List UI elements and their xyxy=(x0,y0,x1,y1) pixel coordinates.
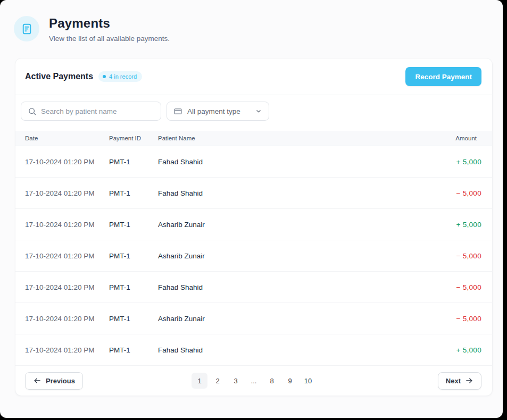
cell-date: 17-10-2024 01:20 PM xyxy=(25,221,109,229)
table-row: 17-10-2024 01:20 PM PMT-1 Fahad Shahid −… xyxy=(15,178,492,209)
cell-patient-name: Asharib Zunair xyxy=(158,315,407,323)
arrow-right-icon xyxy=(465,376,473,385)
cell-patient-name: Fahad Shahid xyxy=(158,346,407,354)
cell-amount: − 5,000 xyxy=(407,252,481,260)
pagination-page-10[interactable]: 10 xyxy=(300,373,316,389)
pagination-ellipsis[interactable]: ... xyxy=(246,373,262,389)
page-subtitle: View the list of all available payments. xyxy=(49,35,170,43)
cell-date: 17-10-2024 01:20 PM xyxy=(25,252,109,260)
pagination-bar: Previous 123...8910 Next xyxy=(15,366,492,396)
table-row: 17-10-2024 01:20 PM PMT-1 Asharib Zunair… xyxy=(15,209,492,240)
cell-date: 17-10-2024 01:20 PM xyxy=(25,283,109,291)
card-title: Active Payments xyxy=(25,72,93,81)
table-row: 17-10-2024 01:20 PM PMT-1 Asharib Zunair… xyxy=(15,303,492,334)
arrow-left-icon xyxy=(33,376,41,385)
patient-search-box[interactable] xyxy=(21,102,161,121)
cell-payment-id: PMT-1 xyxy=(109,221,158,229)
table-header-row: Date Payment ID Patient Name Amount xyxy=(15,131,492,146)
cell-date: 17-10-2024 01:20 PM xyxy=(25,158,109,166)
cell-amount: + 5,000 xyxy=(407,346,481,354)
pagination-page-9[interactable]: 9 xyxy=(282,373,298,389)
search-input[interactable] xyxy=(41,107,154,115)
cell-patient-name: Fahad Shahid xyxy=(158,158,407,166)
cell-date: 17-10-2024 01:20 PM xyxy=(25,189,109,197)
next-button[interactable]: Next xyxy=(438,372,481,390)
pagination-page-8[interactable]: 8 xyxy=(264,373,280,389)
cell-payment-id: PMT-1 xyxy=(109,346,158,354)
badge-label: 4 in record xyxy=(109,73,137,80)
page-header-text: Payments View the list of all available … xyxy=(49,16,170,43)
table-row: 17-10-2024 01:20 PM PMT-1 Asharib Zunair… xyxy=(15,240,492,272)
active-payments-card: Active Payments 4 in record Record Payme… xyxy=(15,58,493,396)
table-row: 17-10-2024 01:20 PM PMT-1 Fahad Shahid +… xyxy=(15,146,492,178)
cell-patient-name: Asharib Zunair xyxy=(158,221,407,229)
filters-row: All payment type xyxy=(15,95,492,131)
previous-button-label: Previous xyxy=(46,377,75,385)
cell-date: 17-10-2024 01:20 PM xyxy=(25,315,109,323)
payments-page: Payments View the list of all available … xyxy=(0,0,503,418)
payments-table: Date Payment ID Patient Name Amount 17-1… xyxy=(15,131,492,366)
table-body: 17-10-2024 01:20 PM PMT-1 Fahad Shahid +… xyxy=(15,146,492,366)
document-icon xyxy=(20,22,34,36)
cell-patient-name: Fahad Shahid xyxy=(158,283,407,291)
pagination-page-3[interactable]: 3 xyxy=(228,373,244,389)
previous-button[interactable]: Previous xyxy=(25,372,83,390)
cell-payment-id: PMT-1 xyxy=(109,158,158,166)
pagination-page-2[interactable]: 2 xyxy=(210,373,226,389)
record-payment-button[interactable]: Record Payment xyxy=(405,67,481,86)
pagination-page-1[interactable]: 1 xyxy=(192,373,207,389)
card-header: Active Payments 4 in record Record Payme… xyxy=(15,58,492,95)
search-icon xyxy=(28,107,37,116)
badge-dot-icon xyxy=(103,75,106,78)
column-header-amount: Amount xyxy=(407,135,481,141)
record-count-badge: 4 in record xyxy=(98,71,142,82)
cell-amount: − 5,000 xyxy=(407,283,481,291)
cell-payment-id: PMT-1 xyxy=(109,252,158,260)
cell-payment-id: PMT-1 xyxy=(109,283,158,291)
payments-avatar xyxy=(14,16,39,41)
payment-type-selected: All payment type xyxy=(187,107,250,115)
page-title: Payments xyxy=(49,16,170,31)
cell-payment-id: PMT-1 xyxy=(109,315,158,323)
table-row: 17-10-2024 01:20 PM PMT-1 Fahad Shahid +… xyxy=(15,334,492,366)
table-row: 17-10-2024 01:20 PM PMT-1 Fahad Shahid −… xyxy=(15,272,492,303)
card-title-group: Active Payments 4 in record xyxy=(25,71,142,82)
cell-amount: − 5,000 xyxy=(407,315,481,323)
column-header-payment-id: Payment ID xyxy=(109,135,158,141)
cell-payment-id: PMT-1 xyxy=(109,189,158,197)
cell-date: 17-10-2024 01:20 PM xyxy=(25,346,109,354)
payment-type-dropdown[interactable]: All payment type xyxy=(167,102,269,121)
column-header-date: Date xyxy=(25,135,109,141)
column-header-patient-name: Patient Name xyxy=(158,135,407,141)
cell-amount: + 5,000 xyxy=(407,158,481,166)
chevron-down-icon xyxy=(255,107,262,115)
cell-amount: + 5,000 xyxy=(407,221,481,229)
cell-patient-name: Asharib Zunair xyxy=(158,252,407,260)
next-button-label: Next xyxy=(446,377,461,385)
credit-card-icon xyxy=(173,107,182,116)
cell-amount: − 5,000 xyxy=(407,189,481,197)
cell-patient-name: Fahad Shahid xyxy=(158,189,407,197)
page-header: Payments View the list of all available … xyxy=(0,0,503,43)
pagination-pages: 123...8910 xyxy=(192,373,316,389)
